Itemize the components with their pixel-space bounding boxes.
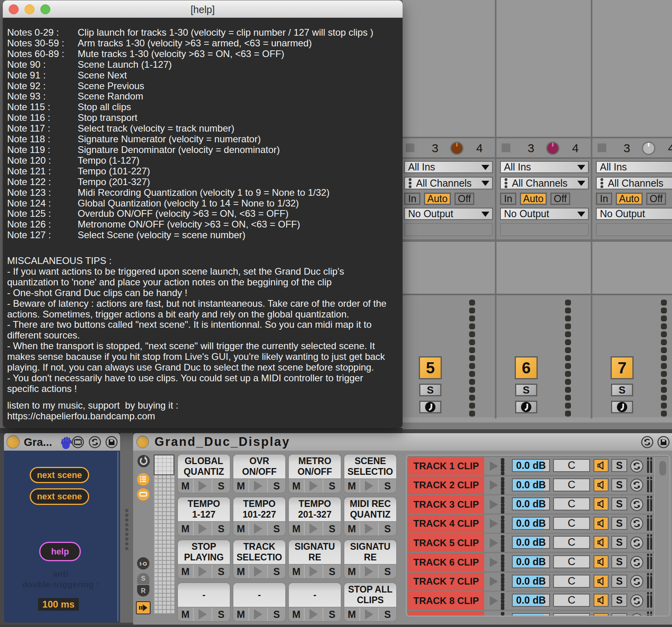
svg-text:I·O: I·O (139, 561, 147, 567)
